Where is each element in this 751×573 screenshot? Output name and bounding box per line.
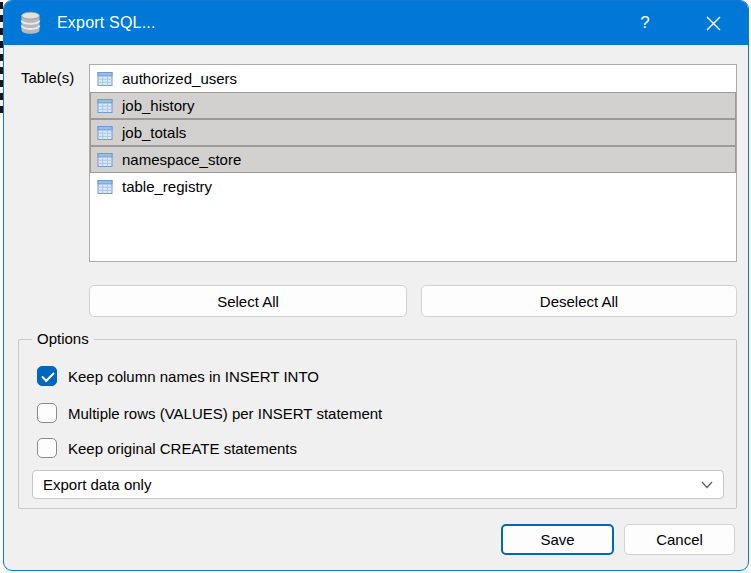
checkbox-label: Keep column names in INSERT INTO xyxy=(68,368,319,385)
cancel-button[interactable]: Cancel xyxy=(624,524,735,555)
close-icon xyxy=(706,16,721,31)
table-name: authorized_users xyxy=(122,70,237,87)
titlebar[interactable]: Export SQL... ? xyxy=(4,1,748,45)
checkbox[interactable] xyxy=(37,366,57,386)
table-name: job_totals xyxy=(122,124,186,141)
dropdown-value: Export data only xyxy=(43,476,701,493)
checkbox-label: Multiple rows (VALUES) per INSERT statem… xyxy=(68,405,382,422)
options-groupbox: Options Keep column names in INSERT INTO… xyxy=(18,339,737,509)
tables-listbox[interactable]: authorized_users job_history job_totals … xyxy=(89,64,737,262)
table-list-item[interactable]: job_totals xyxy=(90,119,736,146)
options-label: Options xyxy=(32,330,94,347)
export-sql-dialog: Export SQL... ? Table(s) authorized_user… xyxy=(3,0,749,571)
close-button[interactable] xyxy=(690,1,736,45)
window-title: Export SQL... xyxy=(57,14,622,32)
option-multiple-rows[interactable]: Multiple rows (VALUES) per INSERT statem… xyxy=(37,403,382,423)
option-keep-create[interactable]: Keep original CREATE statements xyxy=(37,438,297,458)
checkbox[interactable] xyxy=(37,438,57,458)
checkbox[interactable] xyxy=(37,403,57,423)
help-button[interactable]: ? xyxy=(622,1,668,45)
table-icon xyxy=(97,152,113,168)
table-name: namespace_store xyxy=(122,151,241,168)
table-list-item[interactable]: job_history xyxy=(90,92,736,119)
database-icon xyxy=(17,10,44,37)
table-list-item[interactable]: authorized_users xyxy=(90,65,736,92)
table-name: job_history xyxy=(122,97,195,114)
table-name: table_registry xyxy=(122,178,212,195)
export-mode-dropdown[interactable]: Export data only xyxy=(32,470,724,499)
table-icon xyxy=(97,179,113,195)
table-icon xyxy=(97,71,113,87)
deselect-all-button[interactable]: Deselect All xyxy=(421,285,737,317)
table-list-item[interactable]: table_registry xyxy=(90,173,736,200)
select-all-button[interactable]: Select All xyxy=(89,285,407,317)
save-button[interactable]: Save xyxy=(501,524,614,555)
table-icon xyxy=(97,98,113,114)
table-icon xyxy=(97,125,113,141)
option-keep-column-names[interactable]: Keep column names in INSERT INTO xyxy=(37,366,319,386)
table-list-item[interactable]: namespace_store xyxy=(90,146,736,173)
tables-label: Table(s) xyxy=(21,69,74,86)
chevron-down-icon xyxy=(701,481,713,489)
checkbox-label: Keep original CREATE statements xyxy=(68,440,297,457)
